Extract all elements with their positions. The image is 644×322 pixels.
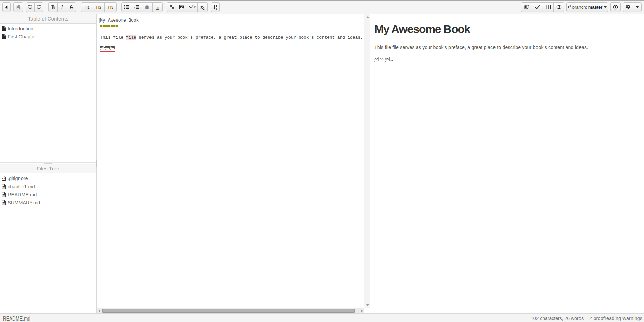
svg-text:Z: Z (216, 7, 217, 10)
svg-text:3: 3 (134, 8, 135, 9)
svg-text:A: A (216, 5, 217, 7)
svg-text:</>: </> (2, 178, 6, 180)
